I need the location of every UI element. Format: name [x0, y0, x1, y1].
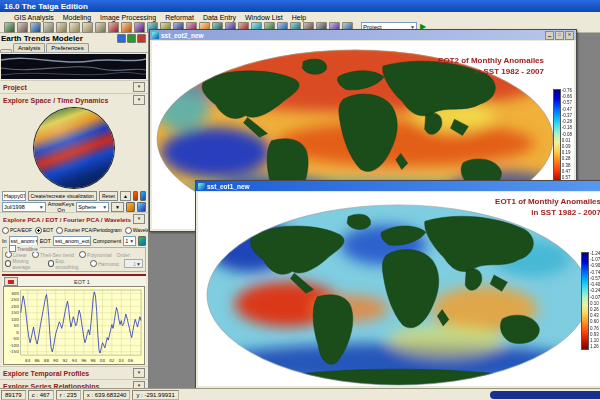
- eot1-world-map[interactable]: [206, 204, 590, 386]
- eot1-map-caption: EOT1 of Monthly Anomailes in SST 1982 - …: [413, 196, 600, 218]
- svg-text:90: 90: [53, 358, 59, 363]
- menu-item-modeling[interactable]: Modeling: [63, 14, 91, 21]
- tab-clipped[interactable]: [0, 49, 12, 52]
- input-series-dropdown[interactable]: sst_anom▼: [9, 236, 38, 246]
- order-spinner[interactable]: 1▼: [124, 259, 143, 268]
- legend-tick-label: -0.08: [562, 133, 572, 138]
- menu-item-data-entry[interactable]: Data Entry: [203, 14, 236, 21]
- map-window-eot1[interactable]: sst_eot1_new EOT1 of Monthly Anomailes i…: [195, 180, 600, 389]
- measure-icon[interactable]: [121, 22, 132, 33]
- component-label: Component: [93, 238, 121, 244]
- map-window-eot2-title: sst_eot2_new: [161, 32, 204, 39]
- svg-text:92: 92: [63, 358, 69, 363]
- minimize-button[interactable]: ▁: [545, 31, 554, 40]
- menu-item-image-processing[interactable]: Image Processing: [100, 14, 156, 21]
- eot1-time-series-plot[interactable]: 300250200150100500-50-100-15084868890929…: [3, 286, 145, 365]
- legend-tick-label: 0.01: [562, 139, 572, 144]
- svg-text:300: 300: [11, 291, 19, 296]
- legend-tick-label: -0.40: [590, 283, 600, 288]
- cursor-icon[interactable]: [43, 22, 54, 33]
- step-up-button[interactable]: ▲: [120, 191, 131, 201]
- time-step-dropdown[interactable]: Jul/1998▼: [2, 202, 46, 212]
- menu-item-window-list[interactable]: Window List: [245, 14, 283, 21]
- pin-icon[interactable]: [117, 34, 126, 43]
- reset-button[interactable]: Reset: [99, 191, 118, 201]
- eot2-map-caption: EOT2 of Monthly Anomailes in SST 1982 - …: [438, 55, 544, 77]
- menu-item-gis-analysis[interactable]: GIS Analysis: [14, 14, 54, 21]
- legend-tick-label: 0.26: [590, 308, 600, 313]
- legend-tick-label: 0.10: [590, 302, 600, 307]
- section-temporal-profiles[interactable]: Explore Temporal Profiles ▾: [0, 366, 148, 379]
- trendline-checkbox[interactable]: Trendline: [7, 245, 40, 252]
- radio-eot[interactable]: EOT: [35, 227, 53, 234]
- display-component-icon[interactable]: [138, 236, 146, 246]
- svg-text:250: 250: [11, 297, 19, 302]
- etm-tabs: Analysis Preferences: [0, 43, 148, 53]
- zoom-window-icon[interactable]: [56, 22, 67, 33]
- full-extent-icon[interactable]: [108, 22, 119, 33]
- component-spinner[interactable]: 1▼: [123, 236, 136, 246]
- series-dropdown[interactable]: Happy0769▼: [2, 191, 26, 201]
- radio-moving-average[interactable]: Moving average: [5, 258, 43, 270]
- menu-item-help[interactable]: Help: [292, 14, 306, 21]
- composer-icon[interactable]: [17, 22, 28, 33]
- create-visualization-button[interactable]: Create/recreate visualization: [28, 191, 97, 201]
- svg-text:200: 200: [11, 304, 19, 309]
- svg-text:0: 0: [16, 330, 19, 335]
- expand-section-icon[interactable]: ▾: [133, 368, 145, 378]
- in-label: In: [2, 238, 7, 244]
- svg-text:84: 84: [25, 358, 31, 363]
- radio-wavelet[interactable]: Wavelet Scalogram: [125, 227, 148, 234]
- maximize-button[interactable]: □: [555, 31, 564, 40]
- pan-icon[interactable]: [95, 22, 106, 33]
- zoom-in-icon[interactable]: [69, 22, 80, 33]
- radio-fourier-pca[interactable]: Fourier PCA/Periodogram: [56, 227, 122, 234]
- section-pca-eot[interactable]: Explore PCA / EOT / Fourier PCA / Wavele…: [0, 212, 148, 225]
- eot-series-dropdown[interactable]: sst_anom_eot_std▼: [53, 236, 91, 246]
- close-button[interactable]: ✕: [565, 31, 574, 40]
- close-icon[interactable]: [137, 34, 146, 43]
- feature-properties-icon[interactable]: [134, 22, 145, 33]
- legend-tick-label: -0.47: [562, 108, 572, 113]
- map-window-eot1-titlebar[interactable]: sst_eot1_new: [196, 181, 600, 191]
- eot-label: EOT: [40, 238, 51, 244]
- help-icon[interactable]: [127, 34, 136, 43]
- app-titlebar[interactable]: 16.0 The Taiga Edition: [0, 0, 600, 12]
- map-document-icon: [152, 32, 159, 39]
- projection-dropdown[interactable]: Sphere▼: [76, 202, 109, 212]
- radio-pca-eof[interactable]: PCA/EOF: [2, 227, 32, 234]
- save-icon[interactable]: [30, 22, 41, 33]
- map-window-eot1-title: sst_eot1_new: [207, 183, 250, 190]
- play-icon[interactable]: [137, 202, 146, 212]
- legend-tick-label: 0.28: [562, 157, 572, 162]
- radio-exp-smoothing[interactable]: Exp. smoothing: [48, 258, 85, 270]
- svg-text:00: 00: [100, 358, 106, 363]
- expand-section-icon[interactable]: ▾: [133, 82, 145, 92]
- svg-text:98: 98: [91, 358, 97, 363]
- map-window-eot2-titlebar[interactable]: sst_eot2_new ▁ □ ✕: [150, 30, 576, 40]
- section-space-time[interactable]: Explore Space / Time Dynamics ▾: [0, 93, 148, 106]
- svg-text:88: 88: [44, 358, 50, 363]
- expand-section-icon[interactable]: ▾: [133, 214, 145, 224]
- eot1-legend-colorbar: [581, 252, 589, 350]
- palette-icon[interactable]: [133, 191, 139, 201]
- sun-icon[interactable]: [126, 202, 135, 212]
- viz-control-row-1: Happy0769▼ Create/recreate visualization…: [0, 190, 148, 201]
- tab-preferences[interactable]: Preferences: [46, 43, 88, 52]
- radio-harmonic[interactable]: Harmonic: [90, 260, 119, 267]
- menu-item-reformat[interactable]: Reformat: [165, 14, 194, 21]
- tab-analysis[interactable]: Analysis: [13, 43, 45, 52]
- step-down-button[interactable]: ▼: [111, 202, 123, 212]
- status-cell: c : 467: [28, 390, 54, 400]
- status-cell: y : -291.99931: [132, 390, 178, 400]
- zoom-out-icon[interactable]: [82, 22, 93, 33]
- chart-tool-button[interactable]: [4, 277, 18, 286]
- legend-tick-label: -0.57: [562, 101, 572, 106]
- section-project[interactable]: Project ▾: [0, 80, 148, 93]
- chart-title: EOT 1: [20, 279, 144, 285]
- expand-section-icon[interactable]: ▾: [133, 95, 145, 105]
- display-launcher-icon[interactable]: [4, 22, 15, 33]
- app-title: 16.0 The Taiga Edition: [4, 2, 88, 11]
- media-icon[interactable]: [140, 191, 146, 201]
- sst-globe-visualization[interactable]: [34, 108, 114, 188]
